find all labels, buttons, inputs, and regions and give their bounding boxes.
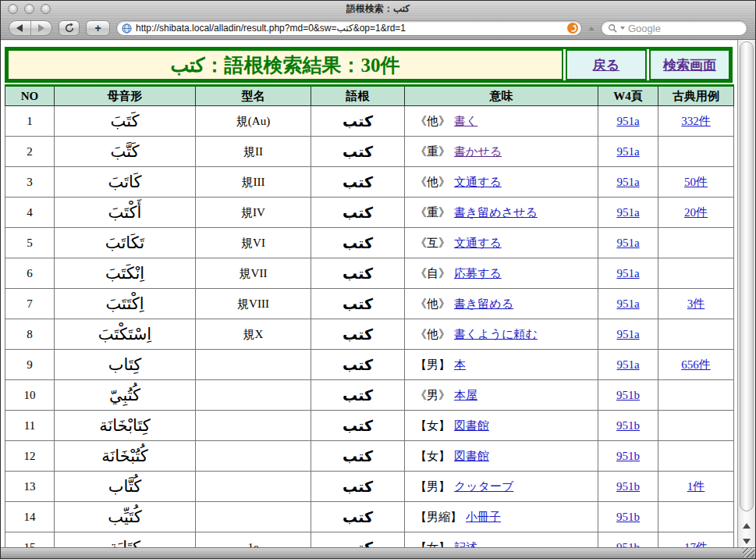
w4-link[interactable]: 951a [616,176,639,188]
examples-cell [658,502,734,532]
w4-link[interactable]: 951b [616,541,640,548]
examples-link[interactable]: 1件 [687,480,705,493]
w4-page-cell: 951b [598,441,658,472]
browser-window: 語根検索：كتب + http://shibata.local/alladin/… [0,0,756,559]
w4-link[interactable]: 951a [616,358,639,371]
table-row: 1 كَتَبَ 規(Au) كتب 《他》書く 951a 332件 [5,106,734,137]
w4-link[interactable]: 951a [616,145,639,158]
meaning-cell: 《重》書き留めさせる [405,198,598,228]
meaning-link[interactable]: クッターブ [454,480,513,493]
meaning-cell: 【女】図書館 [405,441,598,472]
examples-cell [658,137,734,167]
meaning-link[interactable]: 書き留める [454,297,513,310]
w4-page-cell: 951a [598,319,658,350]
search-screen-link[interactable]: 検索画面 [663,56,716,74]
w4-link[interactable]: 951b [616,419,640,432]
meaning-prefix: 【男】 [415,358,450,371]
scroll-down-icon [743,539,751,544]
result-title: كتب：語根検索結果：30件 [7,49,563,80]
w4-link[interactable]: 951a [616,297,639,310]
examples-link[interactable]: 656件 [681,358,711,371]
scrollbar-thumb[interactable] [740,41,754,511]
meaning-link[interactable]: 図書館 [454,419,489,432]
w4-link[interactable]: 951b [616,480,640,493]
meaning-link[interactable]: 文通する [454,176,502,188]
search-icon [608,23,617,33]
root: كتب [311,258,405,289]
resize-grip[interactable] [743,548,754,557]
w4-link[interactable]: 951b [616,511,640,523]
address-bar[interactable]: http://shibata.local/alladin/result.php?… [116,20,582,36]
nav-buttons [9,20,52,36]
close-button[interactable] [8,4,18,14]
meaning-link[interactable]: 文通する [454,237,502,249]
reload-button[interactable] [59,20,80,36]
w4-page-cell: 951a [598,228,658,258]
root: كتب [311,350,405,380]
w4-link[interactable]: 951a [616,267,639,280]
back-button[interactable] [9,21,30,35]
w4-link[interactable]: 951b [616,450,640,462]
row-no: 8 [5,319,55,350]
type-name [196,350,311,380]
page-content: كتب：語根検索結果：30件 戻る 検索画面 NO 母音形 型名 [1,40,737,547]
scroll-down-button[interactable] [738,536,755,546]
table-row: 12 كُتُبْخَانَة كتب 【女】図書館 951b [5,441,734,472]
forward-button[interactable] [30,21,52,35]
table-row: 15 كِتَابَة 1e كتب 【女】記述 951b 17件 [5,532,734,548]
examples-cell [658,228,734,258]
meaning-link[interactable]: 書かせる [454,145,502,158]
forward-icon [38,24,44,32]
meaning-link[interactable]: 記述 [454,541,477,548]
meaning-link[interactable]: 図書館 [454,450,489,462]
meaning-prefix: 《他》 [415,115,450,127]
w4-link[interactable]: 951a [616,115,639,127]
col-header-root: 語根 [311,86,405,106]
meaning-link[interactable]: 書き留めさせる [454,206,538,219]
row-no: 10 [5,380,55,411]
meaning-link[interactable]: 応募する [454,267,502,280]
w4-link[interactable]: 951b [616,389,640,401]
meaning-link[interactable]: 書くように頼む [454,328,538,340]
meaning-link[interactable]: 本 [454,358,466,371]
vowel-form: كِتَابَة [55,532,196,548]
vowel-form: كَتَبَ [55,106,196,137]
type-name [196,380,311,411]
minimize-button[interactable] [24,4,34,14]
meaning-cell: 【男縮】小冊子 [405,502,598,532]
scroll-up-button[interactable] [738,521,755,530]
examples-cell: 17件 [658,532,734,548]
vowel-form: كُتَّاب [55,472,196,502]
table-row: 2 كَتَّبَ 規II كتب 《重》書かせる 951a [5,137,734,167]
row-no: 7 [5,289,55,319]
meaning-cell: 【女】図書館 [405,411,598,441]
root: كتب [311,472,405,502]
meaning-prefix: 【男】 [415,480,450,493]
w4-link[interactable]: 951a [616,206,639,219]
meaning-link[interactable]: 小冊子 [466,511,501,523]
root: كتب [311,137,405,167]
google-search-field[interactable]: Google [601,20,747,36]
w4-link[interactable]: 951a [616,237,639,249]
add-bookmark-button[interactable]: + [86,20,110,36]
meaning-link[interactable]: 本屋 [454,389,477,401]
row-no: 11 [5,411,55,441]
meaning-cell: 《互》文通する [405,228,598,258]
table-row: 4 أَكْتَبَ 規IV كتب 《重》書き留めさせる 951a 20件 [5,198,734,228]
header-row: NO 母音形 型名 語根 意味 W4頁 古典用例 [5,86,734,106]
w4-link[interactable]: 951a [616,328,639,340]
search-engine-dropdown-icon[interactable] [620,27,625,30]
examples-cell: 656件 [658,350,734,380]
examples-link[interactable]: 17件 [684,541,708,548]
examples-link[interactable]: 3件 [687,297,705,310]
snapback-icon[interactable] [567,23,578,34]
back-link[interactable]: 戻る [593,56,619,74]
examples-link[interactable]: 332件 [681,115,711,127]
zoom-button[interactable] [41,4,51,14]
vertical-scrollbar[interactable] [737,40,755,547]
url-text: http://shibata.local/alladin/result.php?… [136,23,563,34]
examples-link[interactable]: 50件 [684,176,708,188]
meaning-link[interactable]: 書く [454,115,477,127]
examples-link[interactable]: 20件 [684,206,708,219]
meaning-prefix: 《男》 [415,389,450,401]
